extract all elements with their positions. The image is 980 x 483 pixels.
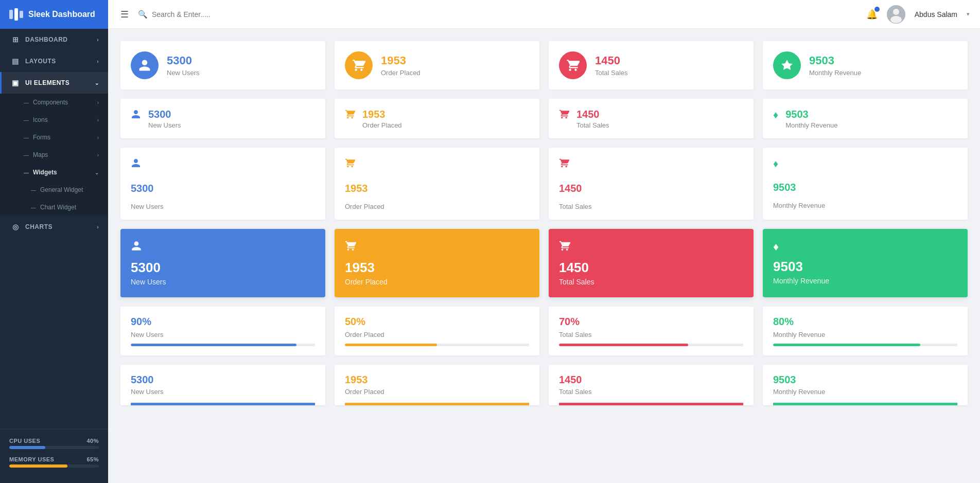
widget-row-2: 5300 New Users 1953 Order Placed 1450 bbox=[120, 99, 968, 138]
bot-order-label: Order Placed bbox=[345, 388, 529, 396]
sm-revenue-icon: ♦ bbox=[773, 109, 778, 121]
sidebar-subitem-general-widget[interactable]: General Widget bbox=[0, 181, 108, 199]
widget-row-6: 5300 New Users 1953 Order Placed 1450 To… bbox=[120, 365, 968, 405]
prog-order-fill bbox=[345, 344, 437, 346]
sales-number-1: 1450 bbox=[595, 54, 743, 67]
colored-card-revenue: ♦ 9503 Monthly Revenue bbox=[763, 229, 968, 297]
svg-point-2 bbox=[890, 16, 902, 23]
brand-icon bbox=[9, 8, 23, 21]
new-users-number-1: 5300 bbox=[167, 54, 315, 67]
colored-card-order: 1953 Order Placed bbox=[335, 229, 539, 297]
order-label-1: Order Placed bbox=[381, 69, 529, 77]
stat-card-r3-order: 1953 Order Placed bbox=[335, 148, 539, 220]
sidebar-item-charts[interactable]: ◎ CHARTS › bbox=[0, 216, 108, 238]
user-dropdown-arrow[interactable]: ▾ bbox=[967, 11, 970, 17]
col-order-icon bbox=[345, 240, 356, 255]
bot-sales-label: Total Sales bbox=[559, 388, 743, 396]
stat-card-sm-revenue: ♦ 9503 Monthly Revenue bbox=[763, 99, 968, 138]
prog-users-header: 90% bbox=[131, 316, 315, 328]
col-user-icon bbox=[131, 240, 142, 255]
progress-card-sales: 70% Total Sales bbox=[549, 307, 754, 355]
sm-user-number: 5300 bbox=[148, 108, 181, 120]
r3-user-number: 5300 bbox=[131, 182, 154, 194]
memory-value: 65% bbox=[86, 456, 99, 462]
sidebar-item-ui-elements[interactable]: ▣ UI ELEMENTS ⌄ bbox=[0, 72, 108, 94]
sidebar-item-dashboard[interactable]: ⊞ DASHBOARD › bbox=[0, 29, 108, 50]
prog-revenue-label: Monthly Revenue bbox=[773, 331, 957, 338]
bottom-card-sales: 1450 Total Sales bbox=[549, 365, 754, 405]
sm-sales-number: 1450 bbox=[576, 108, 609, 120]
r3-user-label: New Users bbox=[131, 203, 164, 210]
charts-arrow: › bbox=[97, 224, 99, 230]
sales-icon-wrap bbox=[559, 51, 587, 79]
cpu-label: CPU USES bbox=[9, 438, 40, 444]
widget-row-5: 90% New Users 50% Order Placed 70% bbox=[120, 307, 968, 355]
layouts-icon: ▤ bbox=[11, 57, 20, 65]
revenue-number-1: 9503 bbox=[809, 54, 957, 67]
sidebar-subitem-icons[interactable]: Icons › bbox=[0, 111, 108, 129]
r3-user-icon bbox=[131, 158, 141, 171]
sm-sales-info: 1450 Total Sales bbox=[576, 108, 609, 129]
sidebar-subitem-chart-widget[interactable]: Chart Widget bbox=[0, 199, 108, 216]
r3-revenue-icon: ♦ bbox=[773, 158, 778, 170]
prog-order-bar bbox=[345, 344, 529, 346]
brand-name: Sleek Dashboard bbox=[28, 10, 95, 19]
search-icon: 🔍 bbox=[138, 10, 148, 19]
maps-label: Maps bbox=[33, 151, 48, 158]
hamburger-button[interactable]: ☰ bbox=[118, 7, 131, 22]
bot-user-bar bbox=[131, 403, 315, 405]
bot-user-number: 5300 bbox=[131, 374, 315, 386]
prog-sales-bar bbox=[559, 344, 743, 346]
sm-order-number: 1953 bbox=[362, 108, 402, 120]
topbar: ☰ 🔍 🔔 Abdus Salam ▾ bbox=[108, 0, 980, 29]
sm-user-icon bbox=[131, 109, 141, 122]
prog-sales-label: Total Sales bbox=[559, 331, 743, 338]
cpu-label-row: CPU USES 40% bbox=[9, 438, 99, 444]
sidebar-subitem-widgets[interactable]: Widgets ⌄ bbox=[0, 164, 108, 181]
content-area: 5300 New Users 1953 Order Placed bbox=[108, 29, 980, 483]
col-revenue-label: Monthly Revenue bbox=[773, 277, 829, 285]
prog-sales-fill bbox=[559, 344, 688, 346]
colored-card-sales: 1450 Total Sales bbox=[549, 229, 754, 297]
search-bar: 🔍 bbox=[138, 10, 859, 19]
col-revenue-icon: ♦ bbox=[773, 240, 779, 254]
memory-label-row: MEMORY USES 65% bbox=[9, 456, 99, 462]
sidebar-label-dashboard: DASHBOARD bbox=[25, 36, 68, 43]
progress-card-order: 50% Order Placed bbox=[335, 307, 539, 355]
col-order-label: Order Placed bbox=[345, 278, 387, 286]
cpu-progress-fill bbox=[9, 446, 45, 449]
prog-users-bar bbox=[131, 344, 315, 346]
dashboard-icon: ⊞ bbox=[11, 35, 20, 44]
revenue-info-1: 9503 Monthly Revenue bbox=[809, 54, 957, 76]
stat-card-total-sales-1: 1450 Total Sales bbox=[549, 41, 754, 90]
cpu-value: 40% bbox=[86, 438, 99, 444]
prog-users-number: 90% bbox=[131, 316, 151, 328]
widgets-label: Widgets bbox=[33, 169, 57, 176]
prog-users-label: New Users bbox=[131, 331, 315, 338]
prog-revenue-fill bbox=[773, 344, 920, 346]
r3-sales-label: Total Sales bbox=[559, 203, 592, 210]
sales-label-1: Total Sales bbox=[595, 69, 743, 77]
sidebar-item-layouts[interactable]: ▤ LAYOUTS › bbox=[0, 50, 108, 72]
notification-bell[interactable]: 🔔 bbox=[866, 9, 878, 20]
widgets-arrow: ⌄ bbox=[95, 170, 99, 175]
sidebar-subitem-components[interactable]: Components › bbox=[0, 94, 108, 111]
r3-revenue-label: Monthly Revenue bbox=[773, 202, 825, 209]
col-sales-label: Total Sales bbox=[559, 278, 594, 286]
stat-card-monthly-revenue-1: 9503 Monthly Revenue bbox=[763, 41, 968, 90]
sm-revenue-info: 9503 Monthly Revenue bbox=[785, 108, 837, 129]
stat-card-r3-users: 5300 New Users bbox=[120, 148, 325, 220]
sm-order-icon bbox=[345, 109, 355, 122]
brand[interactable]: Sleek Dashboard bbox=[0, 0, 108, 29]
ui-elements-icon: ▣ bbox=[11, 79, 20, 87]
topbar-right: 🔔 Abdus Salam ▾ bbox=[866, 5, 970, 24]
search-input[interactable] bbox=[152, 10, 859, 19]
sidebar-subitem-maps[interactable]: Maps › bbox=[0, 146, 108, 164]
bot-sales-number: 1450 bbox=[559, 374, 743, 386]
memory-label: MEMORY USES bbox=[9, 456, 54, 462]
sidebar-subitem-forms[interactable]: Forms › bbox=[0, 129, 108, 146]
revenue-label-1: Monthly Revenue bbox=[809, 69, 957, 77]
new-users-label-1: New Users bbox=[167, 69, 315, 77]
prog-order-header: 50% bbox=[345, 316, 529, 328]
r3-order-label: Order Placed bbox=[345, 203, 384, 210]
